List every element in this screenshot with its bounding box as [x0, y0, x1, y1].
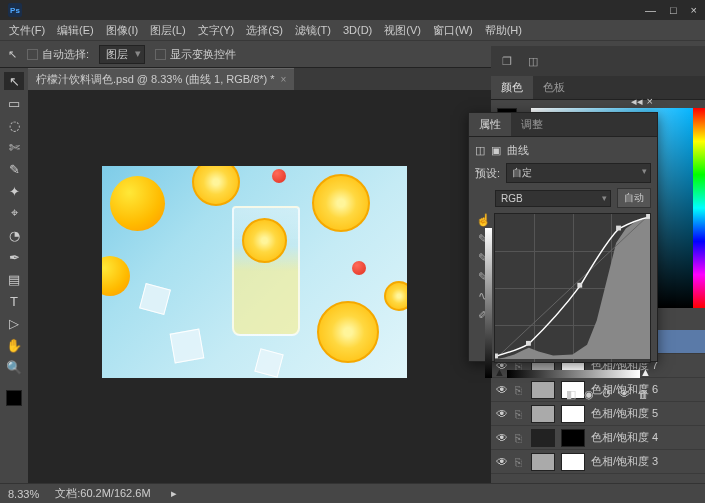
- visibility-toggle-icon[interactable]: 👁: [495, 407, 509, 421]
- hand-tool[interactable]: ✋: [4, 336, 24, 354]
- move-tool[interactable]: ↖: [4, 72, 24, 90]
- path-tool[interactable]: ▷: [4, 314, 24, 332]
- menu-edit[interactable]: 编辑(E): [52, 21, 99, 40]
- channel-dropdown[interactable]: RGB: [495, 190, 611, 207]
- visibility-toggle-icon[interactable]: 👁: [495, 431, 509, 445]
- adjustments-tab[interactable]: 调整: [511, 113, 553, 136]
- color-tab[interactable]: 颜色: [491, 76, 533, 99]
- menu-help[interactable]: 帮助(H): [480, 21, 527, 40]
- adjustment-type-label: 曲线: [507, 143, 529, 158]
- properties-tab[interactable]: 属性: [469, 113, 511, 136]
- history-icon[interactable]: ❐: [497, 51, 517, 71]
- layer-mask-thumb[interactable]: [561, 429, 585, 447]
- panel-close-icon[interactable]: ×: [647, 95, 653, 108]
- properties-panel[interactable]: ◂◂ × 属性 调整 ◫ ▣ 曲线 预设: 自定 RGB 自动 ☝ ✎ ✎ ✎ …: [468, 112, 658, 362]
- auto-select-target[interactable]: 图层: [99, 45, 145, 64]
- swatches-tab[interactable]: 色板: [533, 76, 575, 99]
- view-previous-icon[interactable]: ◉: [584, 388, 594, 401]
- tools-panel: ↖ ▭ ◌ ✄ ✎ ✦ ⌖ ◔ ✒ ▤ T ▷ ✋ 🔍: [0, 68, 28, 503]
- healing-tool[interactable]: ✦: [4, 182, 24, 200]
- crop-tool[interactable]: ✄: [4, 138, 24, 156]
- layer-row[interactable]: 👁⎘色相/饱和度 3: [491, 450, 705, 474]
- layer-mask-thumb[interactable]: [561, 405, 585, 423]
- close-button[interactable]: ×: [691, 4, 697, 16]
- close-tab-icon[interactable]: ×: [281, 74, 287, 85]
- layer-name[interactable]: 色相/饱和度 4: [591, 430, 701, 445]
- on-image-tool-icon[interactable]: ☝: [475, 213, 491, 227]
- black-slider[interactable]: ▲: [494, 366, 505, 378]
- doc-info-arrow-icon[interactable]: ▸: [171, 487, 177, 500]
- adjustment-thumb[interactable]: [531, 429, 555, 447]
- pen-tool[interactable]: ✒: [4, 248, 24, 266]
- layer-row[interactable]: 👁⎘色相/饱和度 4: [491, 426, 705, 450]
- reset-icon[interactable]: ↺: [602, 388, 611, 401]
- status-bar: 8.33% 文档:60.2M/162.6M ▸: [0, 483, 705, 503]
- layer-mask-thumb[interactable]: [561, 453, 585, 471]
- document-tab[interactable]: 柠檬汁饮料调色.psd @ 8.33% (曲线 1, RGB/8*) * ×: [28, 68, 294, 90]
- visibility-toggle-icon[interactable]: 👁: [495, 455, 509, 469]
- auto-select-label: 自动选择:: [42, 48, 89, 60]
- gradient-tool[interactable]: ▤: [4, 270, 24, 288]
- hue-slider[interactable]: [693, 108, 705, 308]
- show-transform-checkbox[interactable]: [155, 49, 166, 60]
- panel-collapse-icon[interactable]: ◂◂: [631, 95, 643, 108]
- layer-name[interactable]: 色相/饱和度 5: [591, 406, 701, 421]
- document-tab-label: 柠檬汁饮料调色.psd @ 8.33% (曲线 1, RGB/8*) *: [36, 72, 275, 87]
- maximize-button[interactable]: □: [670, 4, 677, 16]
- menu-layer[interactable]: 图层(L): [145, 21, 190, 40]
- link-icon[interactable]: ⎘: [515, 408, 525, 420]
- menu-image[interactable]: 图像(I): [101, 21, 143, 40]
- layer-name[interactable]: 色相/饱和度 3: [591, 454, 701, 469]
- delete-adjustment-icon[interactable]: 🗑: [638, 388, 649, 401]
- curves-graph[interactable]: [494, 213, 651, 363]
- output-gradient: [485, 228, 492, 378]
- auto-select-checkbox[interactable]: [27, 49, 38, 60]
- zoom-level[interactable]: 8.33%: [8, 488, 39, 500]
- brush-tool[interactable]: ⌖: [4, 204, 24, 222]
- curve-line[interactable]: [495, 214, 650, 359]
- input-gradient[interactable]: [507, 370, 640, 378]
- clip-to-layer-icon[interactable]: ◧: [566, 388, 576, 401]
- menu-select[interactable]: 选择(S): [241, 21, 288, 40]
- menu-view[interactable]: 视图(V): [379, 21, 426, 40]
- curves-icon: ◫: [475, 144, 485, 157]
- stamp-tool[interactable]: ◔: [4, 226, 24, 244]
- menu-filter[interactable]: 滤镜(T): [290, 21, 336, 40]
- libraries-icon[interactable]: ◫: [523, 51, 543, 71]
- white-slider[interactable]: ▲: [640, 366, 651, 378]
- orange-slice: [312, 174, 370, 232]
- adjustment-thumb[interactable]: [531, 453, 555, 471]
- cherry-object: [272, 169, 286, 183]
- doc-size[interactable]: 文档:60.2M/162.6M: [55, 486, 150, 501]
- toggle-visibility-icon[interactable]: 👁: [619, 388, 630, 401]
- eyedropper-tool[interactable]: ✎: [4, 160, 24, 178]
- foreground-color[interactable]: [6, 390, 22, 406]
- menu-3d[interactable]: 3D(D): [338, 22, 377, 38]
- canvas-area[interactable]: [28, 90, 491, 483]
- zoom-tool[interactable]: 🔍: [4, 358, 24, 376]
- link-icon[interactable]: ⎘: [515, 456, 525, 468]
- preset-label: 预设:: [475, 166, 500, 181]
- svg-rect-4: [577, 283, 582, 288]
- menu-type[interactable]: 文字(Y): [193, 21, 240, 40]
- document-canvas[interactable]: [102, 166, 407, 378]
- link-icon[interactable]: ⎘: [515, 432, 525, 444]
- adjustment-thumb[interactable]: [531, 405, 555, 423]
- glass-object: [232, 206, 300, 336]
- app-icon: Ps: [8, 3, 22, 17]
- orange-slice: [242, 218, 287, 263]
- auto-button[interactable]: 自动: [617, 188, 651, 208]
- menu-window[interactable]: 窗口(W): [428, 21, 478, 40]
- svg-rect-5: [616, 226, 621, 231]
- move-tool-icon[interactable]: ↖: [8, 48, 17, 61]
- menu-bar: 文件(F) 编辑(E) 图像(I) 图层(L) 文字(Y) 选择(S) 滤镜(T…: [0, 20, 705, 40]
- menu-file[interactable]: 文件(F): [4, 21, 50, 40]
- marquee-tool[interactable]: ▭: [4, 94, 24, 112]
- lasso-tool[interactable]: ◌: [4, 116, 24, 134]
- type-tool[interactable]: T: [4, 292, 24, 310]
- preset-dropdown[interactable]: 自定: [506, 163, 651, 183]
- layer-row[interactable]: 👁⎘色相/饱和度 5: [491, 402, 705, 426]
- orange-slice: [317, 301, 379, 363]
- svg-rect-3: [526, 341, 531, 346]
- minimize-button[interactable]: —: [645, 4, 656, 16]
